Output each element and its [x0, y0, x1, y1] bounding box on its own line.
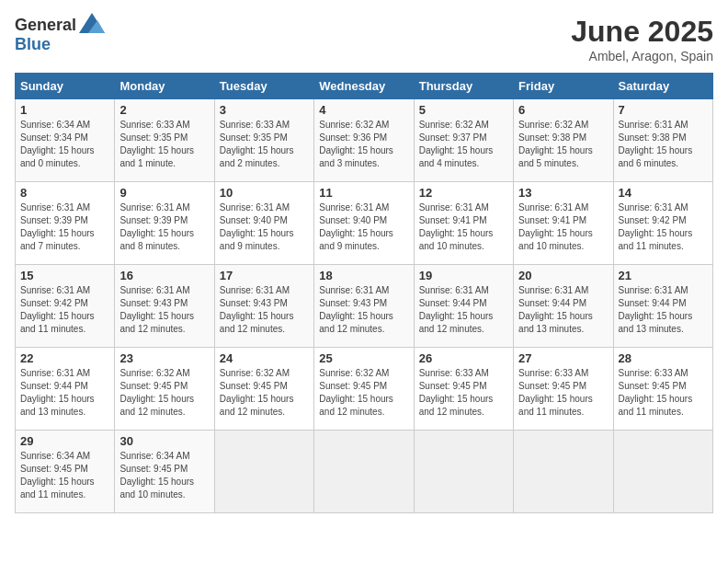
week-row: 1Sunrise: 6:34 AMSunset: 9:34 PMDaylight… — [16, 99, 713, 182]
table-row: 17Sunrise: 6:31 AMSunset: 9:43 PMDayligh… — [214, 265, 313, 348]
week-row: 8Sunrise: 6:31 AMSunset: 9:39 PMDaylight… — [16, 182, 713, 265]
table-row: 9Sunrise: 6:31 AMSunset: 9:39 PMDaylight… — [115, 182, 214, 265]
table-row: 25Sunrise: 6:32 AMSunset: 9:45 PMDayligh… — [314, 348, 414, 431]
table-row: 18Sunrise: 6:31 AMSunset: 9:43 PMDayligh… — [314, 265, 414, 348]
calendar-table: Sunday Monday Tuesday Wednesday Thursday… — [15, 73, 713, 513]
table-row — [214, 431, 313, 513]
week-row: 29Sunrise: 6:34 AMSunset: 9:45 PMDayligh… — [16, 431, 713, 513]
col-saturday: Saturday — [613, 74, 712, 99]
logo-icon — [79, 13, 105, 33]
col-thursday: Thursday — [414, 74, 513, 99]
table-row: 3Sunrise: 6:33 AMSunset: 9:35 PMDaylight… — [214, 99, 313, 182]
table-row: 29Sunrise: 6:34 AMSunset: 9:45 PMDayligh… — [16, 431, 115, 513]
calendar-subtitle: Ambel, Aragon, Spain — [571, 49, 713, 63]
table-row: 28Sunrise: 6:33 AMSunset: 9:45 PMDayligh… — [613, 348, 712, 431]
title-area: June 2025 Ambel, Aragon, Spain — [571, 15, 713, 63]
table-row — [314, 431, 414, 513]
header: General Blue June 2025 Ambel, Aragon, Sp… — [15, 15, 713, 63]
week-row: 22Sunrise: 6:31 AMSunset: 9:44 PMDayligh… — [16, 348, 713, 431]
col-wednesday: Wednesday — [314, 74, 414, 99]
table-row: 26Sunrise: 6:33 AMSunset: 9:45 PMDayligh… — [414, 348, 513, 431]
logo-general-text: General — [15, 16, 76, 35]
calendar-title: June 2025 — [571, 15, 713, 49]
table-row: 10Sunrise: 6:31 AMSunset: 9:40 PMDayligh… — [214, 182, 313, 265]
logo: General Blue — [15, 15, 105, 54]
table-row: 13Sunrise: 6:31 AMSunset: 9:41 PMDayligh… — [514, 182, 613, 265]
table-row: 23Sunrise: 6:32 AMSunset: 9:45 PMDayligh… — [115, 348, 214, 431]
table-row: 14Sunrise: 6:31 AMSunset: 9:42 PMDayligh… — [613, 182, 712, 265]
table-row — [613, 431, 712, 513]
table-row: 11Sunrise: 6:31 AMSunset: 9:40 PMDayligh… — [314, 182, 414, 265]
table-row: 21Sunrise: 6:31 AMSunset: 9:44 PMDayligh… — [613, 265, 712, 348]
header-row: Sunday Monday Tuesday Wednesday Thursday… — [16, 74, 713, 99]
table-row: 24Sunrise: 6:32 AMSunset: 9:45 PMDayligh… — [214, 348, 313, 431]
table-row: 5Sunrise: 6:32 AMSunset: 9:37 PMDaylight… — [414, 99, 513, 182]
table-row: 12Sunrise: 6:31 AMSunset: 9:41 PMDayligh… — [414, 182, 513, 265]
col-friday: Friday — [514, 74, 613, 99]
table-row: 27Sunrise: 6:33 AMSunset: 9:45 PMDayligh… — [514, 348, 613, 431]
col-sunday: Sunday — [16, 74, 115, 99]
table-row: 2Sunrise: 6:33 AMSunset: 9:35 PMDaylight… — [115, 99, 214, 182]
col-monday: Monday — [115, 74, 214, 99]
table-row — [514, 431, 613, 513]
table-row: 1Sunrise: 6:34 AMSunset: 9:34 PMDaylight… — [16, 99, 115, 182]
week-row: 15Sunrise: 6:31 AMSunset: 9:42 PMDayligh… — [16, 265, 713, 348]
table-row: 15Sunrise: 6:31 AMSunset: 9:42 PMDayligh… — [16, 265, 115, 348]
col-tuesday: Tuesday — [214, 74, 313, 99]
table-row: 30Sunrise: 6:34 AMSunset: 9:45 PMDayligh… — [115, 431, 214, 513]
table-row — [414, 431, 513, 513]
table-row: 6Sunrise: 6:32 AMSunset: 9:38 PMDaylight… — [514, 99, 613, 182]
table-row: 20Sunrise: 6:31 AMSunset: 9:44 PMDayligh… — [514, 265, 613, 348]
table-row: 4Sunrise: 6:32 AMSunset: 9:36 PMDaylight… — [314, 99, 414, 182]
table-row: 19Sunrise: 6:31 AMSunset: 9:44 PMDayligh… — [414, 265, 513, 348]
logo-blue-text: Blue — [15, 35, 51, 53]
table-row: 7Sunrise: 6:31 AMSunset: 9:38 PMDaylight… — [613, 99, 712, 182]
table-row: 8Sunrise: 6:31 AMSunset: 9:39 PMDaylight… — [16, 182, 115, 265]
table-row: 22Sunrise: 6:31 AMSunset: 9:44 PMDayligh… — [16, 348, 115, 431]
table-row: 16Sunrise: 6:31 AMSunset: 9:43 PMDayligh… — [115, 265, 214, 348]
